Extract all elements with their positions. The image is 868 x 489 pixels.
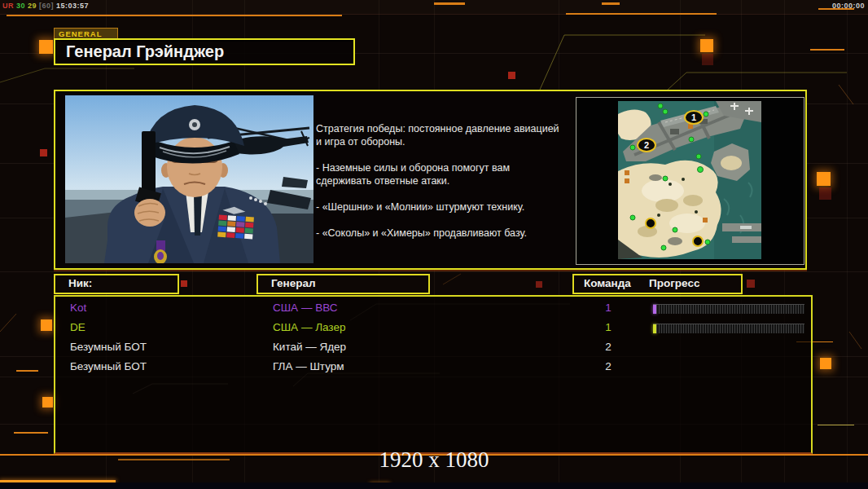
strategy-line: Стратегия победы: постоянное давление ав… [316, 122, 575, 148]
start-marker-1: 1 [685, 111, 703, 124]
strategy-line: - «Соколы» и «Химеры» продавливают базу. [316, 227, 575, 240]
decor-red-square [181, 280, 187, 287]
header-team: Команда [584, 277, 631, 289]
debug-clock: 15:03:57 [56, 2, 89, 10]
decor-square [820, 358, 831, 369]
player-general: Китай — Ядер [273, 338, 346, 356]
svg-text:1: 1 [691, 112, 696, 122]
debug-readout: UR3029[60]15:03:57 [2, 2, 91, 10]
decor-dash [566, 13, 717, 15]
player-nick: DE [70, 319, 85, 337]
minimap-image: 1 2 [618, 101, 761, 259]
decor-dash [810, 49, 844, 51]
player-general: ГЛА — Штурм [273, 358, 344, 376]
loading-screen: UR3029[60]15:03:57 00:00:00 GENERAL Гене… [0, 0, 868, 489]
decor-dash [602, 2, 620, 5]
decor-dash [16, 370, 38, 372]
load-progress-bar [653, 304, 804, 314]
decor-square [41, 319, 52, 331]
decor-dash [7, 15, 342, 16]
decor-red-square [702, 54, 713, 65]
player-table: Kot США — ВВС 1 DE США — Лазер 1 Безумны… [54, 295, 813, 454]
header-progress: Прогресс [649, 277, 699, 289]
decor-red-square [819, 187, 831, 200]
general-name: Генерал Грэйнджер [66, 42, 224, 61]
bottom-band [0, 482, 868, 489]
minimap-panel: 1 2 [576, 97, 804, 265]
debug-fps: 30 [16, 2, 25, 10]
match-timer: 00:00:00 [832, 2, 865, 10]
decor-square [39, 40, 53, 54]
header-nick-box: Ник: [54, 274, 179, 294]
table-row: DE США — Лазер 1 [55, 319, 811, 337]
strategy-text: Стратегия победы: постоянное давление ав… [316, 122, 575, 253]
header-nick: Ник: [68, 277, 92, 289]
resolution-label: 1920 x 1080 [379, 447, 489, 473]
strategy-line: - Наземные силы и оборона помогут вам сд… [316, 161, 575, 187]
decor-red-square [536, 281, 542, 288]
player-team: 2 [596, 338, 620, 356]
decor-red-square [508, 72, 515, 79]
start-marker-2: 2 [638, 139, 655, 152]
decor-square [42, 397, 53, 408]
player-team: 2 [596, 358, 620, 376]
debug-ur: UR [2, 2, 14, 10]
decor-dash [818, 425, 854, 425]
header-general-box: Генерал [256, 274, 430, 294]
decor-red-square [40, 149, 47, 156]
decor-dash [14, 432, 48, 434]
briefing-panel: Стратегия победы: постоянное давление ав… [54, 90, 807, 270]
player-nick: Безумный БОТ [70, 358, 147, 376]
progress-track [656, 324, 804, 333]
player-nick: Безумный БОТ [70, 338, 147, 356]
svg-text:2: 2 [644, 140, 649, 150]
general-title-box: Генерал Грэйнджер [54, 38, 355, 65]
strategy-line: - «Шершни» и «Молнии» штурмуют технику. [316, 200, 575, 214]
table-row: Kot США — ВВС 1 [55, 299, 811, 317]
decor-dash [434, 2, 465, 5]
decor-dash [118, 459, 230, 460]
header-team-progress-box: Команда Прогресс [572, 274, 743, 294]
table-row: Безумный БОТ ГЛА — Штурм 2 [55, 358, 811, 376]
debug-bracket: [60] [39, 2, 54, 10]
decor-square [817, 172, 831, 186]
header-general: Генерал [271, 277, 315, 289]
general-portrait [65, 95, 313, 263]
player-team: 1 [596, 299, 620, 317]
debug-value: 29 [28, 2, 37, 10]
load-progress-bar [653, 324, 804, 333]
player-general: США — ВВС [273, 299, 337, 317]
decor-red-square [747, 280, 755, 288]
progress-track [656, 305, 804, 314]
player-team: 1 [596, 319, 620, 337]
table-row: Безумный БОТ Китай — Ядер 2 [55, 338, 811, 356]
player-general: США — Лазер [273, 319, 345, 337]
decor-square [700, 39, 713, 52]
player-nick: Kot [70, 299, 86, 317]
